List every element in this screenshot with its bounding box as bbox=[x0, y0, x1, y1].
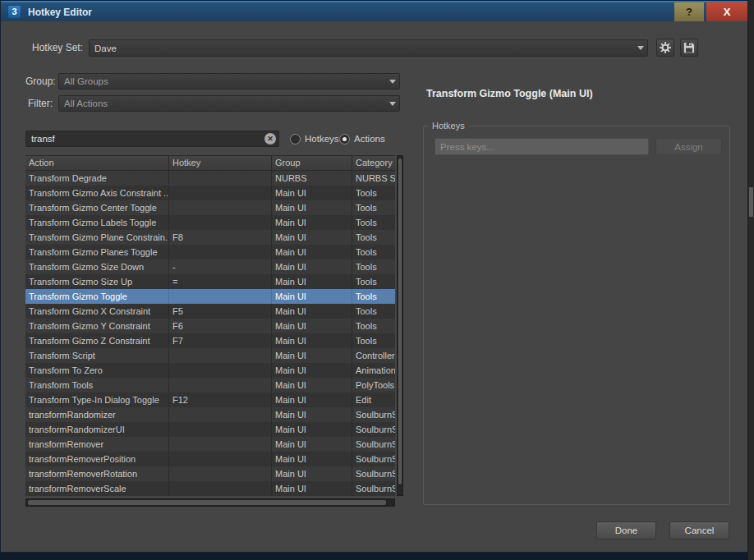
table-row[interactable]: Transform Gizmo Axis Constraint ...Main … bbox=[25, 186, 395, 200]
column-header-hotkey[interactable]: Hotkey bbox=[169, 156, 272, 170]
cell-action: Transform Tools bbox=[25, 378, 169, 392]
column-header-action[interactable]: Action bbox=[25, 156, 169, 170]
cell-category: Tools bbox=[352, 274, 395, 289]
cell-hotkey bbox=[169, 171, 272, 186]
cell-action: Transform Gizmo Planes Toggle bbox=[25, 245, 169, 259]
cell-action: Transform Type-In Dialog Toggle bbox=[25, 392, 169, 407]
cell-action: transformRemoverPosition bbox=[25, 452, 169, 466]
cell-action: Transform Gizmo Center Toggle bbox=[25, 200, 169, 215]
cell-action: Transform Gizmo Size Up bbox=[25, 274, 169, 289]
chevron-down-icon bbox=[633, 40, 647, 56]
table-row[interactable]: Transform Gizmo Labels ToggleMain UITool… bbox=[25, 215, 395, 230]
table-row[interactable]: Transform Gizmo Planes ToggleMain UITool… bbox=[25, 245, 395, 259]
table-row[interactable]: transformRandomizerMain UISoulburnS bbox=[25, 407, 395, 422]
actions-radio-label: Actions bbox=[354, 134, 385, 144]
cell-category: Tools bbox=[352, 319, 395, 333]
cell-action: Transform Degrade bbox=[25, 171, 169, 186]
horizontal-scrollbar-thumb[interactable] bbox=[28, 500, 386, 505]
cell-hotkey: F12 bbox=[169, 392, 272, 407]
table-row[interactable]: Transform ToolsMain UIPolyTools bbox=[25, 378, 395, 392]
cell-category: Tools bbox=[352, 186, 395, 200]
table-row[interactable]: Transform ScriptMain UIController bbox=[25, 348, 395, 363]
cell-action: Transform Gizmo Y Constraint bbox=[25, 319, 169, 333]
close-button[interactable]: X bbox=[706, 2, 747, 21]
actions-radio[interactable] bbox=[339, 134, 350, 145]
column-header-category[interactable]: Category bbox=[352, 156, 395, 170]
table-row[interactable]: Transform Gizmo ToggleMain UITools bbox=[25, 289, 395, 304]
table-row[interactable]: Transform Gizmo Size Down-Main UITools bbox=[25, 259, 395, 274]
table-row[interactable]: Transform Gizmo Z ConstraintF7Main UIToo… bbox=[25, 333, 395, 348]
filter-dropdown[interactable]: All Actions bbox=[58, 95, 400, 112]
done-button[interactable]: Done bbox=[596, 521, 656, 539]
vertical-scrollbar[interactable] bbox=[397, 155, 403, 496]
titlebar[interactable]: 3 Hotkey Editor ? X bbox=[1, 1, 747, 21]
table-row[interactable]: transformRemoverScaleMain UISoulburnS bbox=[25, 481, 395, 496]
table-row[interactable]: transformRandomizerUIMain UISoulburnS bbox=[25, 422, 395, 437]
cell-action: Transform Gizmo Z Constraint bbox=[25, 333, 169, 348]
filter-label: Filter: bbox=[28, 95, 53, 112]
cell-hotkey: F6 bbox=[169, 319, 272, 333]
cell-category: Tools bbox=[352, 200, 395, 215]
cell-category: Controller bbox=[352, 348, 395, 363]
table-row[interactable]: Transform Gizmo Center ToggleMain UITool… bbox=[25, 200, 395, 215]
floppy-icon bbox=[683, 42, 695, 53]
vertical-scrollbar-thumb[interactable] bbox=[398, 158, 402, 484]
table-row[interactable]: transformRemoverMain UISoulburnS bbox=[25, 437, 395, 452]
actions-radio-option[interactable]: Actions bbox=[339, 131, 385, 147]
cell-action: Transform Script bbox=[25, 348, 169, 363]
background-scrollbar-thumb[interactable] bbox=[749, 187, 753, 217]
cell-category: SoulburnS bbox=[352, 437, 395, 452]
table-row[interactable]: Transform Gizmo Plane Constrain...F8Main… bbox=[25, 230, 395, 245]
background-right-strip bbox=[748, 0, 754, 560]
save-button[interactable] bbox=[680, 39, 698, 57]
cell-group: Main UI bbox=[272, 186, 352, 200]
assign-button[interactable]: Assign bbox=[655, 138, 722, 155]
cell-group: Main UI bbox=[272, 319, 352, 333]
cell-action: Transform Gizmo X Constraint bbox=[25, 304, 169, 319]
cell-category: Tools bbox=[352, 304, 395, 319]
horizontal-scrollbar[interactable] bbox=[25, 498, 395, 507]
help-button[interactable]: ? bbox=[674, 2, 704, 21]
cell-action: Transform Gizmo Toggle bbox=[25, 289, 169, 304]
group-dropdown[interactable]: All Groups bbox=[58, 73, 400, 90]
cell-action: transformRemoverRotation bbox=[25, 466, 169, 481]
cell-action: transformRemover bbox=[25, 437, 169, 452]
table-row[interactable]: Transform Gizmo X ConstraintF5Main UIToo… bbox=[25, 304, 395, 319]
cell-category: Edit bbox=[352, 392, 395, 407]
column-header-group[interactable]: Group bbox=[272, 156, 352, 170]
cell-hotkey: - bbox=[169, 259, 272, 274]
cell-action: transformRandomizer bbox=[25, 407, 169, 422]
cell-hotkey bbox=[169, 378, 272, 392]
cell-group: Main UI bbox=[272, 348, 352, 363]
search-input[interactable] bbox=[25, 131, 279, 147]
cell-action: transformRandomizerUI bbox=[25, 422, 169, 437]
table-row[interactable]: Transform To ZeroMain UIAnimation bbox=[25, 363, 395, 378]
settings-button[interactable] bbox=[656, 39, 674, 57]
press-keys-input[interactable] bbox=[434, 138, 649, 155]
cell-group: Main UI bbox=[272, 422, 352, 437]
hotkeys-radio[interactable] bbox=[290, 134, 301, 145]
cancel-button[interactable]: Cancel bbox=[669, 521, 729, 539]
table-row[interactable]: Transform Gizmo Y ConstraintF6Main UIToo… bbox=[25, 319, 395, 333]
cell-group: Main UI bbox=[272, 378, 352, 392]
x-circle-icon: ✕ bbox=[267, 135, 274, 143]
cell-group: Main UI bbox=[272, 304, 352, 319]
cell-hotkey bbox=[169, 452, 272, 466]
cell-hotkey bbox=[169, 437, 272, 452]
cell-category: Tools bbox=[352, 230, 395, 245]
table-row[interactable]: transformRemoverPositionMain UISoulburnS bbox=[25, 452, 395, 466]
cell-action: Transform Gizmo Plane Constrain... bbox=[25, 230, 169, 245]
table-row[interactable]: Transform Type-In Dialog ToggleF12Main U… bbox=[25, 392, 395, 407]
hotkeys-radio-option[interactable]: Hotkeys bbox=[290, 131, 339, 147]
hotkey-set-dropdown[interactable]: Dave bbox=[89, 39, 648, 57]
cell-category: SoulburnS bbox=[352, 422, 395, 437]
cell-hotkey bbox=[169, 422, 272, 437]
table-row[interactable]: Transform Gizmo Size Up=Main UITools bbox=[25, 274, 395, 289]
cell-category: SoulburnS bbox=[352, 407, 395, 422]
table-row[interactable]: transformRemoverRotationMain UISoulburnS bbox=[25, 466, 395, 481]
cell-group: Main UI bbox=[272, 259, 352, 274]
cell-category: Animation bbox=[352, 363, 395, 378]
table-row[interactable]: Transform DegradeNURBSNURBS Su bbox=[25, 171, 395, 186]
cell-action: Transform To Zero bbox=[25, 363, 169, 378]
search-clear-button[interactable]: ✕ bbox=[264, 133, 276, 145]
